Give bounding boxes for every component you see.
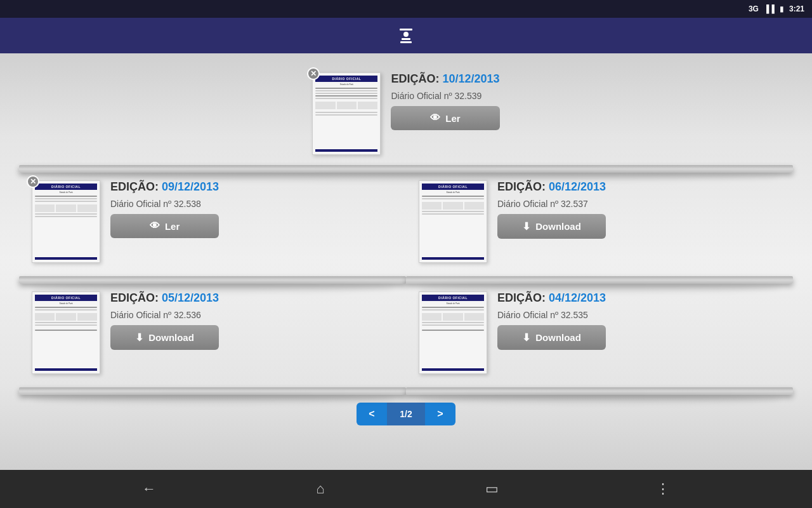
- edition-number-0: Diário Oficial nº 32.538: [110, 199, 219, 209]
- edition-label-1: EDIÇÃO: 06/12/2013: [497, 180, 606, 194]
- shelf-surface-4: [19, 387, 406, 395]
- label-prefix-2: EDIÇÃO:: [110, 291, 159, 304]
- edition-action-label-0: Ler: [165, 221, 180, 232]
- featured-edition: ✕ DIÁRIO OFICIAL Estado do Pará: [312, 72, 499, 155]
- pagination-prev-button[interactable]: <: [357, 403, 387, 425]
- edition-label-0: EDIÇÃO: 09/12/2013: [110, 180, 219, 194]
- edition-info-0: EDIÇÃO: 09/12/2013 Diário Oficial nº 32.…: [110, 180, 219, 238]
- featured-label-prefix: EDIÇÃO:: [391, 72, 439, 85]
- edition-number-3: Diário Oficial nº 32.535: [497, 310, 606, 320]
- download-icon-2: ⬇: [135, 331, 143, 344]
- edition-row-2: DIÁRIO OFICIAL Estado do Pará: [19, 285, 406, 390]
- shelf-surface-5: [406, 387, 793, 395]
- label-prefix-1: EDIÇÃO:: [497, 180, 546, 193]
- edition-label-3: EDIÇÃO: 04/12/2013: [497, 291, 606, 305]
- top-bar: [0, 18, 812, 53]
- label-prefix-0: EDIÇÃO:: [110, 180, 159, 193]
- download-icon-1: ⬇: [522, 220, 530, 232]
- featured-action-label: Ler: [445, 113, 460, 124]
- edition-row-3: DIÁRIO OFICIAL Estado do Pará: [406, 285, 793, 390]
- edition-info-3: EDIÇÃO: 04/12/2013 Diário Oficial nº 32.…: [497, 291, 606, 350]
- featured-edition-info: EDIÇÃO: 10/12/2013 Diário Oficial nº 32.…: [391, 72, 499, 130]
- back-button[interactable]: ←: [134, 474, 164, 504]
- edition-action-button-1[interactable]: ⬇ Download: [497, 214, 606, 239]
- edition-info-1: EDIÇÃO: 06/12/2013 Diário Oficial nº 32.…: [497, 180, 606, 239]
- label-date-1: 06/12/2013: [549, 180, 606, 193]
- edition-action-label-2: Download: [148, 332, 194, 343]
- edition-close-button-0[interactable]: ✕: [27, 175, 39, 188]
- pagination-current: 1/2: [387, 403, 425, 425]
- edition-info-2: EDIÇÃO: 05/12/2013 Diário Oficial nº 32.…: [110, 291, 219, 350]
- home-button[interactable]: ⌂: [305, 474, 336, 504]
- recent-apps-button[interactable]: ▭: [476, 474, 507, 504]
- shelf-surface-2: [19, 276, 406, 284]
- featured-cover: ✕ DIÁRIO OFICIAL Estado do Pará: [312, 72, 381, 155]
- label-prefix-3: EDIÇÃO:: [497, 291, 546, 304]
- edition-action-label-1: Download: [535, 221, 581, 232]
- edition-number-1: Diário Oficial nº 32.537: [497, 199, 606, 209]
- label-date-0: 09/12/2013: [162, 180, 219, 193]
- label-date-3: 04/12/2013: [549, 291, 606, 304]
- label-date-2: 05/12/2013: [162, 291, 219, 304]
- signal-icon: ▐▐: [764, 4, 775, 13]
- featured-label-date: 10/12/2013: [442, 72, 499, 85]
- edition-cover-1: DIÁRIO OFICIAL Estado do Pará: [419, 180, 487, 263]
- eye-icon-0: 👁: [150, 220, 160, 232]
- editions-grid: ✕ DIÁRIO OFICIAL Estado do Pará: [19, 174, 793, 396]
- shelf-shadow-5: [419, 395, 780, 403]
- shelf-surface-1: [19, 165, 793, 173]
- edition-number-2: Diário Oficial nº 32.536: [110, 310, 219, 320]
- network-indicator: 3G: [749, 4, 759, 13]
- edition-action-button-0[interactable]: 👁 Ler: [110, 214, 219, 238]
- edition-row-1: DIÁRIO OFICIAL Estado do Pará: [406, 174, 793, 279]
- edition-cover-0: ✕ DIÁRIO OFICIAL Estado do Pará: [32, 180, 100, 263]
- shelf-shadow-4: [32, 395, 393, 403]
- status-bar: 3G ▐▐ ▮ 3:21: [0, 0, 812, 18]
- app-logo: [400, 29, 412, 43]
- shelf-surface-3: [406, 276, 793, 284]
- featured-shelf: ✕ DIÁRIO OFICIAL Estado do Pará: [19, 66, 793, 168]
- edition-cover-3: DIÁRIO OFICIAL Estado do Pará: [419, 291, 487, 374]
- pagination: < 1/2 >: [19, 403, 793, 425]
- more-options-button[interactable]: ⋮: [648, 474, 678, 504]
- edition-action-button-2[interactable]: ⬇ Download: [110, 325, 219, 350]
- edition-label-2: EDIÇÃO: 05/12/2013: [110, 291, 219, 305]
- featured-read-button[interactable]: 👁 Ler: [391, 106, 499, 130]
- download-icon-3: ⬇: [522, 331, 530, 344]
- main-content: ✕ DIÁRIO OFICIAL Estado do Pará: [0, 53, 812, 470]
- edition-row-0: ✕ DIÁRIO OFICIAL Estado do Pará: [19, 174, 406, 279]
- featured-edition-number: Diário Oficial nº 32.539: [391, 91, 499, 101]
- bottom-navigation: ← ⌂ ▭ ⋮: [0, 470, 812, 508]
- edition-action-label-3: Download: [535, 332, 581, 343]
- clock: 3:21: [789, 4, 804, 13]
- eye-icon: 👁: [430, 112, 440, 124]
- edition-action-button-3[interactable]: ⬇ Download: [497, 325, 606, 350]
- pagination-next-button[interactable]: >: [425, 403, 455, 425]
- edition-cover-2: DIÁRIO OFICIAL Estado do Pará: [32, 291, 100, 374]
- battery-icon: ▮: [780, 4, 784, 13]
- featured-edition-label: EDIÇÃO: 10/12/2013: [391, 72, 499, 86]
